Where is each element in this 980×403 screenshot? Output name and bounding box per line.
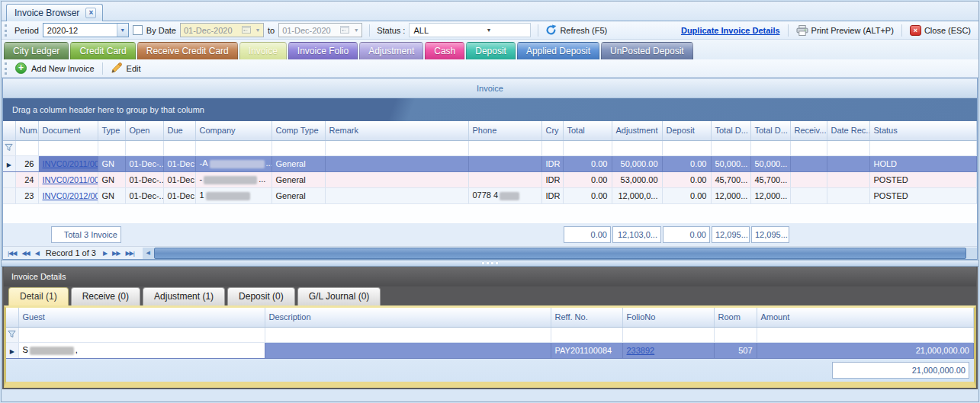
column-header[interactable]: Document — [38, 121, 98, 140]
category-tab-city-ledger[interactable]: City Ledger — [4, 42, 69, 59]
column-header[interactable]: Room — [714, 308, 757, 327]
status-combobox[interactable]: ALL ▼ — [409, 23, 531, 37]
group-by-bar[interactable]: Drag a column header here to group by th… — [3, 98, 977, 121]
tab-detail[interactable]: Detail (1) — [8, 287, 69, 305]
column-header[interactable]: Type — [98, 121, 125, 140]
filter-cell[interactable] — [468, 140, 541, 155]
tab-gl-journal[interactable]: G/L Journal (0) — [297, 287, 381, 305]
column-header[interactable]: Total D... — [750, 121, 790, 140]
filter-cell[interactable] — [125, 140, 163, 155]
filter-cell[interactable] — [38, 140, 98, 155]
filter-cell[interactable] — [541, 140, 563, 155]
filter-cell[interactable] — [827, 140, 869, 155]
tab-deposit[interactable]: Deposit (0) — [227, 287, 295, 305]
filter-cell[interactable] — [612, 140, 662, 155]
filter-icon[interactable] — [3, 140, 15, 155]
column-header[interactable]: Amount — [757, 308, 974, 327]
table-row[interactable]: ▶ S, PAY201100084 233892 507 21,000,000.… — [6, 342, 974, 358]
filter-cell[interactable] — [325, 140, 468, 155]
filter-cell[interactable] — [15, 140, 38, 155]
column-header[interactable]: Deposit — [662, 121, 711, 140]
pager-prev-button[interactable]: ◀ — [34, 250, 40, 257]
filter-cell[interactable] — [750, 140, 790, 155]
folio-link[interactable]: 233892 — [627, 346, 655, 355]
category-tab-unposted-deposit[interactable]: UnPosted Deposit — [601, 42, 693, 59]
column-header[interactable]: Adjustment — [612, 121, 662, 140]
close-button[interactable]: × Close (ESC) — [910, 25, 971, 36]
pager-last-button[interactable]: ▶▶| — [124, 250, 135, 257]
column-header[interactable]: Reff. No. — [551, 308, 622, 327]
scroll-left-icon[interactable]: ◀ — [143, 250, 154, 256]
duplicate-invoice-details-link[interactable]: Duplicate Invoice Details — [681, 26, 780, 35]
column-header[interactable]: Receiv... — [790, 121, 827, 140]
print-preview-button[interactable]: Print Preview (ALT+P) — [796, 25, 894, 36]
filter-cell[interactable] — [272, 140, 325, 155]
filter-cell[interactable] — [18, 327, 265, 342]
filter-cell[interactable] — [714, 327, 757, 342]
column-header[interactable]: FolioNo — [622, 308, 714, 327]
category-tab-invoice-folio[interactable]: Invoice Folio — [288, 42, 358, 59]
category-tab-credit-card[interactable]: Credit Card — [70, 42, 135, 59]
filter-cell[interactable] — [662, 140, 711, 155]
category-tab-cash[interactable]: Cash — [425, 42, 464, 59]
filter-cell[interactable] — [563, 140, 612, 155]
document-link[interactable]: INVC0/2011/00... — [43, 175, 98, 184]
category-tab-adjustment[interactable]: Adjustment — [359, 42, 423, 59]
cell-guest-editor[interactable]: S, — [18, 342, 265, 358]
column-header[interactable]: Status — [869, 121, 977, 140]
column-header[interactable]: Remark — [325, 121, 468, 140]
chevron-down-icon[interactable]: ▼ — [117, 24, 128, 37]
period-combobox[interactable]: 2020-12 ▼ — [43, 23, 129, 37]
table-row[interactable]: ▶ 26 INVC0/2011/00... GN 01-Dec-... 01-D… — [3, 155, 977, 171]
category-tab-deposit[interactable]: Deposit — [466, 42, 516, 59]
document-tab-invoice-browser[interactable]: Invoice Browser × — [6, 4, 103, 21]
scrollbar-thumb[interactable] — [154, 248, 966, 259]
filter-cell[interactable] — [265, 327, 551, 342]
pager-prev-page-button[interactable]: ◀◀ — [20, 250, 31, 257]
column-header[interactable]: Total — [563, 121, 612, 140]
filter-cell[interactable] — [790, 140, 827, 155]
tab-close-icon[interactable]: × — [85, 8, 96, 18]
refresh-button[interactable]: Refresh (F5) — [545, 24, 607, 36]
filter-cell[interactable] — [551, 327, 622, 342]
document-link[interactable]: INVC0/2011/00... — [43, 159, 98, 168]
column-header[interactable]: Total D... — [711, 121, 750, 140]
date-from-field[interactable]: 01-Dec-2020 ▼ — [180, 23, 264, 37]
filter-cell[interactable] — [98, 140, 125, 155]
column-header[interactable]: Open — [125, 121, 163, 140]
column-header[interactable]: Cry — [541, 121, 563, 140]
category-tab-applied-deposit[interactable]: Applied Deposit — [517, 42, 599, 59]
filter-cell[interactable] — [869, 140, 977, 155]
column-header[interactable]: Phone — [468, 121, 541, 140]
panel-splitter[interactable] — [2, 260, 978, 267]
category-tab-invoice[interactable]: Invoice — [239, 42, 287, 59]
pager-next-page-button[interactable]: ▶▶ — [111, 250, 121, 257]
filter-cell[interactable] — [163, 140, 195, 155]
column-header[interactable]: Date Rec... — [827, 121, 869, 140]
document-link[interactable]: INVC0/2012/00... — [43, 191, 98, 200]
add-new-invoice-button[interactable]: Add New Invoice — [31, 64, 95, 73]
filter-cell[interactable] — [757, 327, 974, 342]
filter-cell[interactable] — [711, 140, 750, 155]
column-header[interactable]: Comp Type — [272, 121, 325, 140]
table-row[interactable]: 24 INVC0/2011/00... GN 01-Dec-... 01-Dec… — [3, 171, 977, 187]
horizontal-scrollbar[interactable]: ◀ — [143, 248, 977, 259]
column-header[interactable]: Description — [265, 308, 551, 327]
pager-next-button[interactable]: ▶ — [101, 250, 108, 257]
column-header[interactable]: Company — [195, 121, 272, 140]
edit-button[interactable]: Edit — [127, 64, 141, 73]
column-header[interactable]: Num... — [15, 121, 38, 140]
category-tab-receive-credit-card[interactable]: Receive Credit Card — [137, 42, 238, 59]
chevron-down-icon[interactable]: ▼ — [483, 24, 494, 37]
date-to-field[interactable]: 01-Dec-2020 ▼ — [278, 23, 362, 37]
by-date-checkbox[interactable] — [133, 25, 143, 35]
table-row[interactable]: 23 INVC0/2012/00... GN 01-Dec-... 01-Dec… — [3, 187, 977, 203]
column-header[interactable]: Due — [163, 121, 195, 140]
pager-first-button[interactable]: |◀◀ — [6, 250, 18, 257]
tab-adjustment[interactable]: Adjustment (1) — [143, 287, 225, 305]
filter-cell[interactable] — [195, 140, 272, 155]
filter-icon[interactable] — [6, 327, 18, 342]
tab-receive[interactable]: Receive (0) — [71, 287, 140, 305]
filter-cell[interactable] — [622, 327, 714, 342]
column-header[interactable]: Guest — [18, 308, 265, 327]
